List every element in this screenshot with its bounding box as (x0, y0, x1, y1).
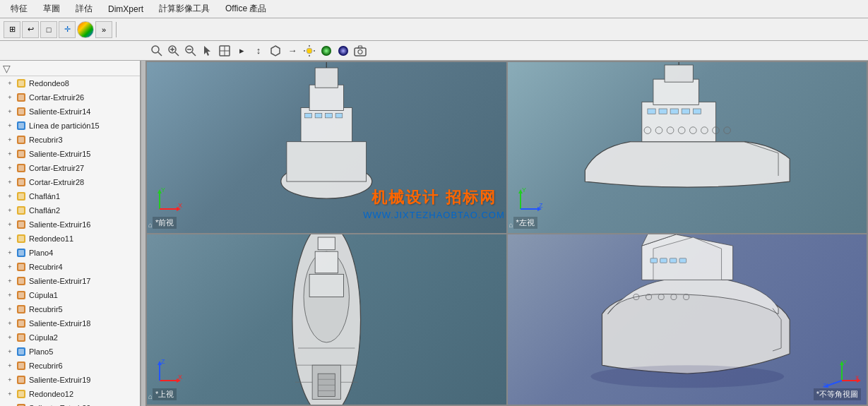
tree-item[interactable]: +Recubrir5 (0, 302, 140, 316)
menu-dimxpert[interactable]: DimXpert (100, 2, 151, 16)
rotate-btn[interactable]: ▸ (234, 43, 249, 59)
view-up-btn[interactable]: ↕ (251, 43, 266, 59)
cursor-btn[interactable] (200, 43, 215, 59)
feature-icon (16, 360, 27, 371)
viewport-front[interactable]: Y X (147, 62, 506, 233)
svg-rect-45 (18, 222, 24, 227)
tree-item[interactable]: +Chaflán2 (0, 203, 140, 217)
menu-estimate[interactable]: 詳估 (68, 1, 100, 17)
tree-item[interactable]: +Recubrir6 (0, 359, 140, 373)
tree-item[interactable]: +Recubrir3 (0, 133, 140, 147)
feature-tree[interactable]: +Redondeo8+Cortar-Extruir26+Saliente-Ext… (0, 76, 140, 406)
zoom-out-btn[interactable] (183, 43, 198, 59)
svg-rect-57 (18, 306, 24, 312)
menu-sketch[interactable]: 草圖 (35, 1, 68, 17)
tree-item[interactable]: +Chaflán1 (0, 189, 140, 203)
expand-icon[interactable]: + (6, 390, 14, 398)
toolbar-box-btn[interactable]: □ (40, 21, 57, 38)
color1-btn[interactable] (319, 43, 334, 59)
menu-compute-image[interactable]: 計算影像工具 (151, 1, 218, 17)
tree-item[interactable]: +Cúpula2 (0, 330, 140, 345)
expand-icon[interactable]: + (6, 220, 14, 229)
feature-icon (16, 332, 27, 343)
svg-point-14 (307, 48, 312, 54)
toolbar-more-btn[interactable]: » (95, 21, 112, 38)
tree-item[interactable]: +Cortar-Extruir27 (0, 161, 140, 175)
menu-office[interactable]: Office 產品 (218, 1, 274, 17)
tree-item[interactable]: +Redondeo12 (0, 387, 140, 401)
tree-item[interactable]: +Saliente-Extruir15 (0, 147, 140, 161)
tree-item[interactable]: +Saliente-Extruir16 (0, 217, 140, 232)
tree-item[interactable]: +Saliente-Extruir18 (0, 316, 140, 330)
front-label: *前視 (153, 217, 177, 229)
svg-rect-103 (653, 79, 698, 105)
tree-item[interactable]: +Saliente-Extruir14 (0, 105, 140, 119)
toolbar-grid-btn[interactable]: ⊞ (4, 21, 20, 38)
svg-rect-67 (18, 377, 24, 383)
zoom-in-btn[interactable] (166, 43, 182, 59)
toolbar-circle-btn[interactable] (77, 21, 94, 38)
expand-icon[interactable]: + (6, 263, 14, 271)
svg-rect-153 (650, 258, 657, 262)
expand-icon[interactable]: + (6, 249, 14, 257)
tree-item[interactable]: +Plano4 (0, 246, 140, 260)
expand-icon[interactable]: + (6, 192, 14, 201)
tree-item[interactable]: +Línea de partición15 (0, 119, 140, 133)
light-btn[interactable] (302, 43, 317, 59)
feature-label: Saliente-Extruir17 (29, 277, 90, 285)
viewport-left[interactable]: Y Z (508, 62, 867, 233)
toolbar-cross-btn[interactable]: ✛ (59, 21, 76, 38)
feature-label: Recubrir4 (29, 263, 63, 271)
expand-icon[interactable]: + (6, 362, 14, 370)
expand-icon[interactable]: + (6, 319, 14, 328)
tree-item[interactable]: +Cortar-Extruir26 (0, 90, 140, 105)
svg-rect-104 (665, 65, 693, 82)
camera-btn[interactable] (352, 43, 368, 59)
expand-icon[interactable]: + (6, 376, 14, 384)
expand-icon[interactable]: + (6, 333, 14, 342)
tree-item[interactable]: +Plano5 (0, 345, 140, 359)
expand-icon[interactable]: + (6, 164, 14, 172)
toolbar-undo-btn[interactable]: ↩ (22, 21, 39, 38)
expand-icon[interactable]: + (6, 150, 14, 158)
viewport-iso[interactable]: Y X Z (508, 234, 867, 405)
color2-btn[interactable] (335, 43, 351, 59)
tree-item[interactable]: +Cortar-Extruir28 (0, 175, 140, 189)
tree-item[interactable]: +Saliente-Extruir19 (0, 373, 140, 387)
expand-icon[interactable]: + (6, 206, 14, 215)
expand-icon[interactable]: + (6, 79, 14, 88)
expand-icon[interactable]: + (6, 136, 14, 144)
hex-btn[interactable] (268, 43, 283, 59)
svg-rect-37 (18, 165, 24, 171)
expand-icon[interactable]: + (6, 234, 14, 243)
feature-icon (16, 233, 27, 244)
expand-icon[interactable]: + (6, 107, 14, 116)
tree-item[interactable]: +Cúpula1 (0, 288, 140, 302)
svg-rect-92 (315, 113, 322, 117)
menu-features[interactable]: 特征 (3, 1, 35, 17)
feature-icon (16, 106, 27, 117)
tree-item[interactable]: +Saliente-Extruir20 (0, 401, 140, 406)
tree-item[interactable]: +Saliente-Extruir17 (0, 274, 140, 288)
tree-item[interactable]: +Redondeo8 (0, 76, 140, 90)
expand-icon[interactable]: + (6, 277, 14, 285)
svg-line-3 (175, 52, 179, 56)
svg-rect-91 (305, 113, 312, 117)
svg-rect-128 (309, 274, 343, 297)
zoom-all-btn[interactable] (149, 43, 165, 59)
expand-icon[interactable]: + (6, 305, 14, 314)
tree-item[interactable]: +Recubrir4 (0, 260, 140, 274)
expand-icon[interactable]: + (6, 121, 14, 130)
arrow-btn[interactable]: → (285, 43, 300, 59)
view-orient-btn[interactable] (217, 43, 232, 59)
tree-item[interactable]: +Redondeo11 (0, 232, 140, 246)
viewport-top[interactable]: X Z (147, 234, 506, 405)
feature-icon (16, 78, 27, 89)
expand-icon[interactable]: + (6, 347, 14, 356)
feature-label: Saliente-Extruir19 (29, 376, 90, 384)
svg-rect-35 (18, 151, 24, 157)
expand-icon[interactable]: + (6, 178, 14, 186)
filter-icon: ▽ (3, 63, 11, 74)
expand-icon[interactable]: + (6, 291, 14, 299)
expand-icon[interactable]: + (6, 93, 14, 102)
